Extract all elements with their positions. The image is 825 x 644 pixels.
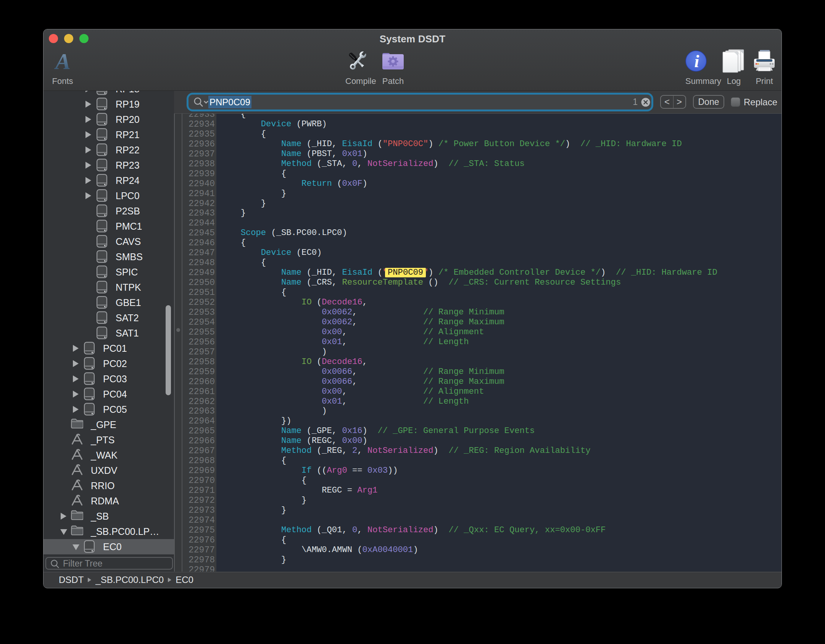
svg-text:i: i xyxy=(694,52,699,71)
svg-text:A: A xyxy=(54,49,71,73)
